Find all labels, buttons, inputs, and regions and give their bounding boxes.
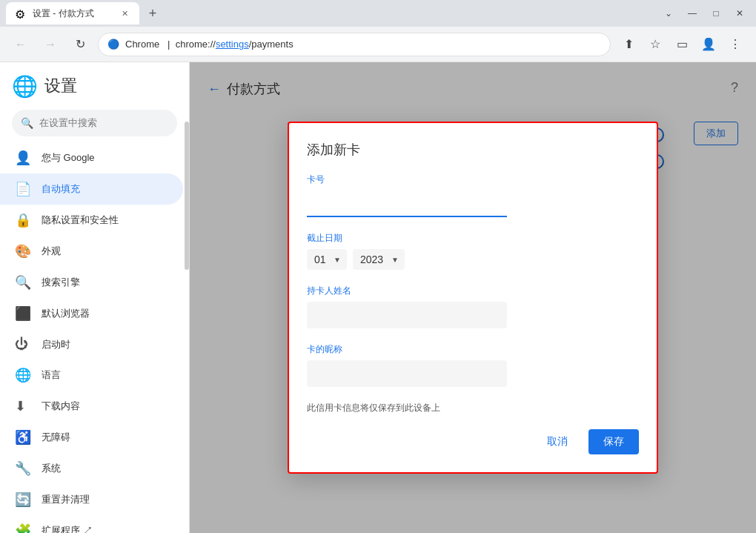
address-lock-icon: 🔵 [107,39,119,50]
address-brand: Chrome [125,39,159,50]
sidebar: 🌐 设置 🔍 在设置中搜索 👤 您与 Google 📄 自动填充 🔒 隐私设置和… [0,62,190,533]
chrome-logo: 🌐 [12,74,36,98]
sidebar-item-downloads[interactable]: ⬇ 下载内容 [0,391,183,422]
star-icon[interactable]: ☆ [643,33,667,56]
sidebar-item-reset[interactable]: 🔄 重置并清理 [0,484,183,515]
sidebar-item-appearance[interactable]: 🎨 外观 [0,236,183,267]
dialog-actions: 取消 保存 [307,429,639,454]
content-area: 🌐 设置 🔍 在设置中搜索 👤 您与 Google 📄 自动填充 🔒 隐私设置和… [0,62,756,533]
sidebar-nav: 👤 您与 Google 📄 自动填充 🔒 隐私设置和安全性 🎨 外观 🔍 搜索引… [0,142,189,533]
sidebar-icon-system: 🔧 [15,460,30,477]
sidebar-label-default-browser: 默认浏览器 [42,307,90,320]
main-content: ← 付款方式 ? 添加 添加新卡 [190,62,756,533]
year-select-wrapper: 20232024202520262027202820292030 [353,249,405,270]
nav-bar: ← → ↻ 🔵 Chrome | chrome://settings/payme… [0,27,756,62]
title-bar: ⚙ 设置 - 付款方式 ✕ + ⌄ — □ ✕ [0,0,756,27]
sidebar-icon-privacy: 🔒 [15,212,30,228]
sidebar-label-accessibility: 无障碍 [42,431,70,444]
sidebar-label-extensions: 扩展程序 ↗ [42,524,93,533]
back-button[interactable]: ← [9,33,33,56]
sidebar-label-google: 您与 Google [42,151,95,165]
address-url-suffix: /payments [249,39,294,50]
date-row: 010203040506070809101112 202320242025202… [307,249,639,270]
card-number-group: 卡号 [307,173,639,217]
sidebar-item-startup[interactable]: ⏻ 启动时 [0,329,183,360]
cardholder-group: 持卡人姓名 [307,285,639,328]
sidebar-label-search: 搜索引擎 [42,276,80,289]
sidebar-item-autofill[interactable]: 📄 自动填充 [0,173,183,205]
sidebar-icon-startup: ⏻ [15,337,30,352]
window-close-button[interactable]: ✕ [729,6,750,21]
sidebar-label-privacy: 隐私设置和安全性 [42,213,119,227]
sidebar-label-language: 语言 [42,368,61,382]
address-text: Chrome | chrome://settings/payments [125,39,601,50]
cancel-button[interactable]: 取消 [532,429,583,454]
window-controls: ⌄ — □ ✕ [658,6,750,21]
sidebar-icon-search: 🔍 [15,274,30,291]
cast-icon[interactable]: ▭ [670,33,694,56]
tab-favicon: ⚙ [15,7,27,19]
sidebar-item-default-browser[interactable]: ⬛ 默认浏览器 [0,298,183,329]
more-icon[interactable]: ⋮ [723,33,747,56]
address-url-highlight: settings [216,39,249,50]
sidebar-icon-appearance: 🎨 [15,243,30,259]
sidebar-label-downloads: 下载内容 [42,400,80,413]
address-bar[interactable]: 🔵 Chrome | chrome://settings/payments [98,33,611,56]
sidebar-icon-default-browser: ⬛ [15,305,30,322]
browser-frame: ⚙ 设置 - 付款方式 ✕ + ⌄ — □ ✕ ← → ↻ 🔵 Chrome |… [0,0,756,533]
sidebar-item-google[interactable]: 👤 您与 Google [0,142,183,173]
sidebar-item-extensions[interactable]: 🧩 扩展程序 ↗ [0,515,183,533]
nickname-group: 卡的昵称 [307,343,639,387]
active-tab[interactable]: ⚙ 设置 - 付款方式 ✕ [6,2,139,24]
tab-title: 设置 - 付款方式 [33,7,113,20]
sidebar-label-startup: 启动时 [42,338,70,351]
sidebar-icon-language: 🌐 [15,367,30,383]
sidebar-icon-reset: 🔄 [15,491,30,508]
save-button[interactable]: 保存 [588,429,639,454]
share-icon[interactable]: ⬆ [617,33,640,56]
card-number-input[interactable] [307,191,507,217]
sidebar-icon-extensions: 🧩 [15,523,30,533]
search-placeholder: 在设置中搜索 [39,116,97,130]
nickname-label: 卡的昵称 [307,343,639,356]
sidebar-icon-autofill: 📄 [15,181,30,197]
search-bar[interactable]: 🔍 在设置中搜索 [12,110,177,136]
sidebar-label-appearance: 外观 [42,245,61,258]
dialog-info: 此信用卡信息将仅保存到此设备上 [307,402,639,414]
cardholder-input[interactable] [307,302,507,328]
month-select-wrapper: 010203040506070809101112 [307,249,347,270]
cardholder-label: 持卡人姓名 [307,285,639,297]
sidebar-item-system[interactable]: 🔧 系统 [0,453,183,484]
tab-close-button[interactable]: ✕ [119,7,130,19]
add-card-dialog: 添加新卡 卡号 截止日期 010203040506070809101112 [288,122,658,474]
sidebar-label-system: 系统 [42,462,61,475]
window-maximize-button[interactable]: □ [706,6,726,21]
forward-button[interactable]: → [39,33,62,56]
nav-actions: ⬆ ☆ ▭ 👤 ⋮ [617,33,747,56]
expiry-label: 截止日期 [307,232,639,245]
sidebar-header: 🌐 设置 [0,68,189,110]
sidebar-icon-downloads: ⬇ [15,398,30,414]
refresh-button[interactable]: ↻ [68,33,92,56]
card-number-label: 卡号 [307,173,639,186]
sidebar-item-privacy[interactable]: 🔒 隐私设置和安全性 [0,205,183,236]
sidebar-label-reset: 重置并清理 [42,493,90,506]
scrollbar-thumb [185,122,189,270]
sidebar-label-autofill: 自动填充 [42,182,80,196]
window-minimize-button[interactable]: — [682,6,703,21]
profile-icon[interactable]: 👤 [697,33,720,56]
settings-title: 设置 [44,75,77,97]
search-icon: 🔍 [21,117,33,129]
window-chevron-button[interactable]: ⌄ [658,6,679,21]
expiry-group: 截止日期 010203040506070809101112 2023202420… [307,232,639,270]
sidebar-item-accessibility[interactable]: ♿ 无障碍 [0,422,183,453]
sidebar-item-search[interactable]: 🔍 搜索引擎 [0,267,183,298]
sidebar-item-language[interactable]: 🌐 语言 [0,360,183,391]
month-select[interactable]: 010203040506070809101112 [307,249,347,270]
year-select[interactable]: 20232024202520262027202820292030 [353,249,405,270]
new-tab-button[interactable]: + [142,3,163,24]
nickname-input[interactable] [307,360,507,387]
sidebar-icon-google: 👤 [15,150,30,166]
sidebar-icon-accessibility: ♿ [15,429,30,446]
modal-overlay: 添加新卡 卡号 截止日期 010203040506070809101112 [190,62,756,533]
